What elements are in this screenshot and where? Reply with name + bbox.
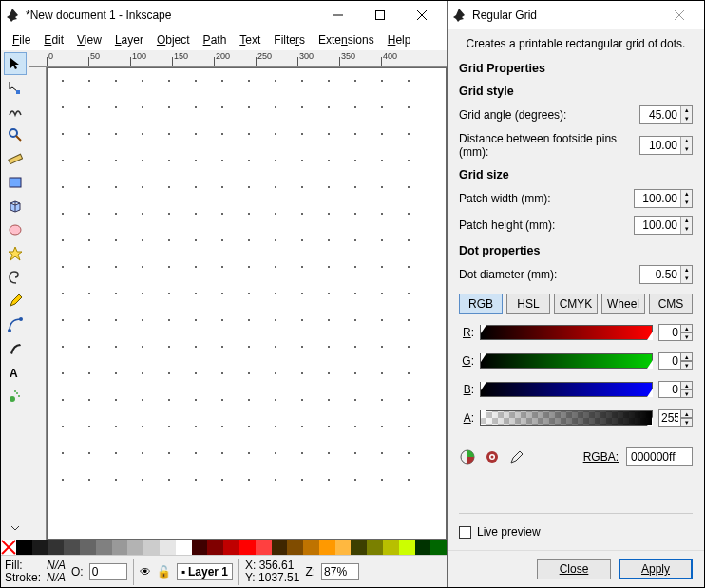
chevron-down-icon[interactable] [4,517,27,540]
palette-swatch[interactable] [48,540,65,555]
palette-swatch[interactable] [430,540,447,555]
palette-swatch[interactable] [112,540,128,555]
blue-value-input[interactable] [658,381,681,398]
menu-edit[interactable]: Edit [38,31,69,48]
selector-tool-icon[interactable] [4,52,27,75]
menu-file[interactable]: File [7,31,36,48]
palette-swatch[interactable] [303,540,319,555]
palette-swatch[interactable] [207,540,223,555]
menu-view[interactable]: View [71,31,107,48]
palette-swatch[interactable] [192,540,208,555]
green-slider[interactable] [480,353,653,369]
palette-swatch[interactable] [335,540,352,555]
star-tool-icon[interactable] [4,242,27,265]
red-value-input[interactable] [658,324,681,341]
maximize-button[interactable] [359,2,401,28]
live-preview-checkbox[interactable] [459,526,471,539]
dialog-close-icon[interactable] [658,2,700,28]
svg-text:A: A [10,367,18,380]
alpha-slider[interactable] [480,410,653,426]
tab-hsl[interactable]: HSL [506,294,550,314]
lock-icon[interactable]: 🔓 [157,565,171,579]
red-slider[interactable] [480,325,653,340]
visibility-icon[interactable]: 👁 [140,565,151,579]
stroke-value: N/A [47,572,66,584]
opacity-label: O: [71,565,84,579]
height-input[interactable]: ▴▾ [634,216,693,235]
tab-cms[interactable]: CMS [649,294,693,314]
eyedropper-icon[interactable] [508,448,525,465]
node-tool-icon[interactable] [4,76,27,99]
palette-swatch[interactable] [399,540,415,555]
menu-filters[interactable]: Filters [268,31,311,48]
ellipse-tool-icon[interactable] [4,218,27,241]
target-icon[interactable] [484,448,501,465]
color-wheel-icon[interactable] [459,448,476,465]
palette-swatch[interactable] [176,540,192,555]
dialog-titlebar: Regular Grid [448,1,704,29]
rgba-input[interactable] [626,447,693,466]
bezier-tool-icon[interactable] [4,313,27,336]
palette-swatch[interactable] [415,540,431,555]
height-label: Patch height (mm): [459,218,628,232]
menu-object[interactable]: Object [151,31,196,48]
layer-selector[interactable]: ▪Layer 1 [177,563,233,580]
inkscape-icon [451,8,467,23]
zoom-field[interactable]: 87% [321,563,359,580]
rectangle-tool-icon[interactable] [4,171,27,194]
blue-slider[interactable] [480,382,653,397]
statusbar: Fill: Stroke: N/A N/A O: 0 👁 🔓 ▪Layer 1 … [1,555,447,587]
tab-rgb[interactable]: RGB [459,294,503,314]
box3d-tool-icon[interactable] [4,195,27,218]
alpha-value-input[interactable] [658,409,681,427]
palette-swatch[interactable] [351,540,367,555]
diameter-input[interactable]: ▴▾ [639,265,693,284]
palette-swatch[interactable] [80,540,96,555]
palette-swatch[interactable] [287,540,303,555]
palette-swatch[interactable] [367,540,383,555]
palette-swatch[interactable] [319,540,335,555]
palette-swatch[interactable] [223,540,239,555]
close-button[interactable] [401,2,443,28]
menu-path[interactable]: Path [198,31,233,48]
pencil-tool-icon[interactable] [4,290,27,313]
palette-swatch[interactable] [96,540,112,555]
angle-input[interactable]: ▴▾ [639,105,693,124]
measure-tool-icon[interactable] [4,147,27,170]
no-color-swatch[interactable] [1,540,16,555]
canvas[interactable] [47,67,447,540]
palette-swatch[interactable] [32,540,48,555]
menu-layer[interactable]: Layer [109,31,149,48]
menu-extensions[interactable]: Extensions [313,31,380,48]
palette-swatch[interactable] [272,540,288,555]
palette-swatch[interactable] [383,540,399,555]
zoom-tool-icon[interactable] [4,123,27,146]
spray-tool-icon[interactable] [4,385,27,408]
palette-swatch[interactable] [127,540,143,555]
svg-point-10 [8,329,11,332]
opacity-field[interactable]: 0 [89,563,127,580]
palette-swatch[interactable] [64,540,80,555]
palette-swatch[interactable] [143,540,160,555]
palette-swatch[interactable] [160,540,176,555]
minimize-button[interactable] [317,2,359,28]
tweak-tool-icon[interactable] [4,100,27,123]
menu-help[interactable]: Help [382,31,417,48]
apply-button[interactable]: Apply [619,559,693,579]
spiral-tool-icon[interactable] [4,266,27,289]
regular-grid-dialog: Regular Grid Creates a printable rectang… [448,1,704,587]
menu-text[interactable]: Text [234,31,266,48]
palette-swatch[interactable] [16,540,32,555]
tab-wheel[interactable]: Wheel [601,294,645,314]
text-tool-icon[interactable]: A [4,361,27,384]
width-input[interactable]: ▴▾ [634,189,693,208]
calligraphy-tool-icon[interactable] [4,337,27,360]
menubar: File Edit View Layer Object Path Text Fi… [1,29,447,50]
palette-swatch[interactable] [256,540,272,555]
tab-cmyk[interactable]: CMYK [554,294,598,314]
palette-swatch[interactable] [239,540,256,555]
green-value-input[interactable] [658,352,681,370]
dialog-description: Creates a printable rectangular grid of … [459,37,693,50]
close-button[interactable]: Close [537,559,611,579]
distance-input[interactable]: ▴▾ [639,136,693,155]
